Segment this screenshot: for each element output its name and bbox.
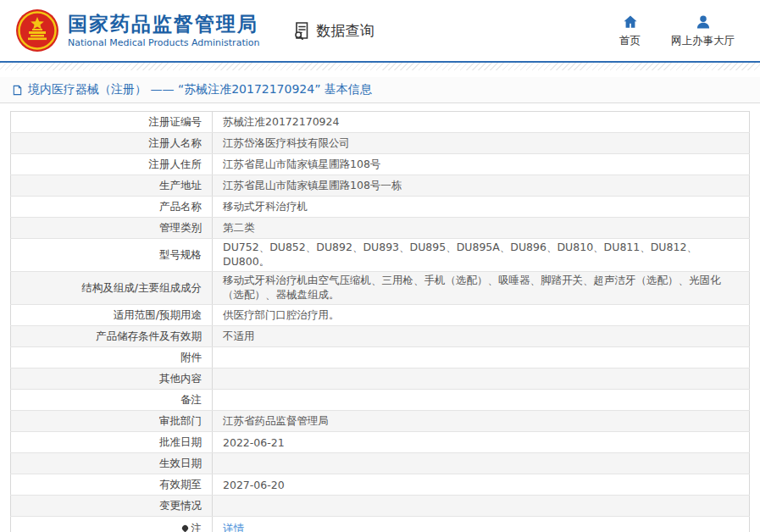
row-value: 供医疗部门口腔治疗用。 (213, 305, 750, 326)
table-row: 注册证编号苏械注准20172170924 (11, 112, 750, 133)
row-label: 附件 (11, 347, 213, 369)
row-value: 江苏岱洛医疗科技有限公司 (213, 133, 750, 154)
hatch-pattern-band (0, 63, 760, 70)
table-row: 管理类别第二类 (11, 218, 750, 239)
table-row: 适用范围/预期用途供医疗部门口腔治疗用。 (11, 305, 750, 326)
table-row: 备注 (11, 390, 750, 411)
data-query-label: 数据查询 (316, 21, 374, 41)
row-value (213, 496, 750, 517)
info-table-body: 注册证编号苏械注准20172170924注册人名称江苏岱洛医疗科技有限公司注册人… (11, 112, 750, 532)
breadcrumb: 境内医疗器械（注册） —— “苏械注准20172170924” 基本信息 (0, 77, 760, 103)
row-value: 江苏省昆山市陆家镇星圃路108号 (213, 154, 750, 175)
row-label: 备注 (11, 390, 213, 411)
table-row: 产品名称移动式牙科治疗机 (11, 197, 750, 218)
row-label: 产品名称 (11, 197, 213, 218)
document-icon (12, 85, 23, 96)
row-label: 管理类别 (11, 218, 213, 239)
row-value (213, 347, 750, 369)
table-row: 有效期至2027-06-20 (11, 474, 750, 496)
row-value: 移动式牙科治疗机 (213, 197, 750, 218)
pin-icon (180, 524, 189, 532)
row-label: 生效日期 (11, 453, 213, 474)
header-nav: 首页 网上办事大厅 (619, 14, 745, 48)
row-label: 其他内容 (11, 369, 213, 390)
table-row: 其他内容 (11, 369, 750, 390)
table-row: 审批部门江苏省药品监督管理局 (11, 411, 750, 432)
row-label: 注 (11, 517, 213, 532)
row-value: 苏械注准20172170924 (213, 112, 750, 133)
row-label: 型号规格 (11, 239, 213, 272)
registration-info-table-wrap: 注册证编号苏械注准20172170924注册人名称江苏岱洛医疗科技有限公司注册人… (0, 111, 760, 532)
row-value: 2022-06-21 (213, 432, 750, 453)
row-value (213, 369, 750, 390)
nav-service-hall-label: 网上办事大厅 (671, 34, 735, 48)
row-value: 江苏省昆山市陆家镇星圃路108号一栋 (213, 175, 750, 197)
row-value: 江苏省药品监督管理局 (213, 411, 750, 432)
registration-info-table: 注册证编号苏械注准20172170924注册人名称江苏岱洛医疗科技有限公司注册人… (10, 111, 750, 532)
row-value: 2027-06-20 (213, 474, 750, 496)
table-row: 注册人住所江苏省昆山市陆家镇星圃路108号 (11, 154, 750, 175)
table-row: 变更情况 (11, 496, 750, 517)
table-row: 型号规格DU752、DU852、DU892、DU893、DU895、DU895A… (11, 239, 750, 272)
table-row: 附件 (11, 347, 750, 369)
row-label: 生产地址 (11, 175, 213, 197)
row-label: 批准日期 (11, 432, 213, 453)
person-icon (695, 14, 712, 30)
row-label: 注册人名称 (11, 133, 213, 154)
row-label: 注册人住所 (11, 154, 213, 175)
data-query-entry[interactable]: 数据查询 (291, 20, 374, 41)
row-label: 审批部门 (11, 411, 213, 432)
document-search-icon (291, 20, 312, 41)
table-row: 生效日期 (11, 453, 750, 474)
row-value: DU752、DU852、DU892、DU893、DU895、DU895A、DU8… (213, 239, 750, 272)
row-value: 第二类 (213, 218, 750, 239)
table-row: 产品储存条件及有效期不适用 (11, 326, 750, 347)
table-row: 批准日期2022-06-21 (11, 432, 750, 453)
header: 国家药品监督管理局 National Medical Products Admi… (0, 0, 760, 61)
row-label: 结构及组成/主要组成成分 (11, 272, 213, 305)
home-icon (622, 14, 639, 30)
row-label: 注册证编号 (11, 112, 213, 133)
table-row: 生产地址江苏省昆山市陆家镇星圃路108号一栋 (11, 175, 750, 197)
table-row: 注册人名称江苏岱洛医疗科技有限公司 (11, 133, 750, 154)
nav-service-hall[interactable]: 网上办事大厅 (671, 14, 735, 48)
row-value: 详情 (213, 517, 750, 532)
row-label: 有效期至 (11, 474, 213, 496)
nav-home[interactable]: 首页 (619, 14, 641, 48)
nav-home-label: 首页 (619, 34, 641, 48)
site-title-cn: 国家药品监督管理局 (68, 13, 259, 36)
row-label: 变更情况 (11, 496, 213, 517)
site-title: 国家药品监督管理局 National Medical Products Admi… (68, 13, 259, 49)
row-value (213, 390, 750, 411)
row-value (213, 453, 750, 474)
table-row: 注详情 (11, 517, 750, 532)
breadcrumb-text: 境内医疗器械（注册） —— “苏械注准20172170924” 基本信息 (28, 82, 372, 97)
national-emblem-logo (15, 8, 59, 53)
table-row: 结构及组成/主要组成成分移动式牙科治疗机由空气压缩机、三用枪、手机（选配）、吸唾… (11, 272, 750, 305)
row-label: 产品储存条件及有效期 (11, 326, 213, 347)
detail-link[interactable]: 详情 (223, 522, 244, 532)
site-title-en: National Medical Products Administration (68, 37, 259, 48)
row-label: 适用范围/预期用途 (11, 305, 213, 326)
row-value: 移动式牙科治疗机由空气压缩机、三用枪、手机（选配）、吸唾器、脚踏开关、超声洁牙（… (213, 272, 750, 305)
row-value: 不适用 (213, 326, 750, 347)
